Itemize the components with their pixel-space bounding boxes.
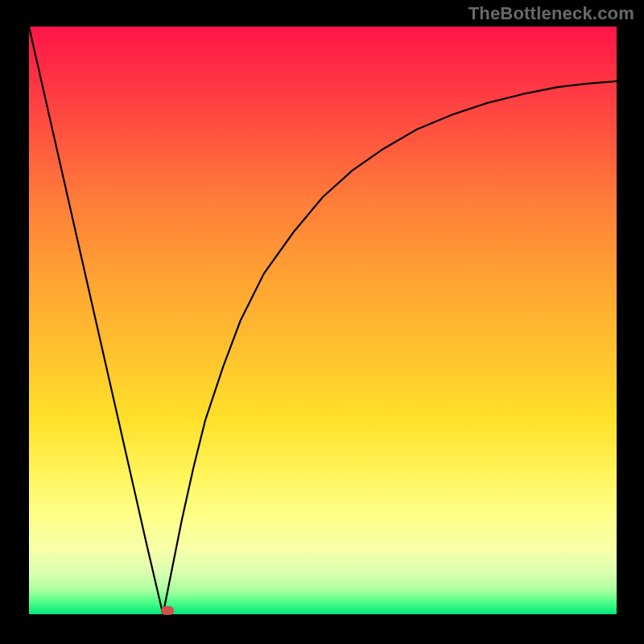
- highlight-marker: [161, 606, 174, 615]
- chart-canvas: TheBottleneck.com: [0, 0, 644, 644]
- curve-layer: [29, 27, 617, 614]
- plot-area: [29, 27, 617, 614]
- primary-curve: [29, 27, 617, 614]
- watermark-text: TheBottleneck.com: [469, 3, 634, 24]
